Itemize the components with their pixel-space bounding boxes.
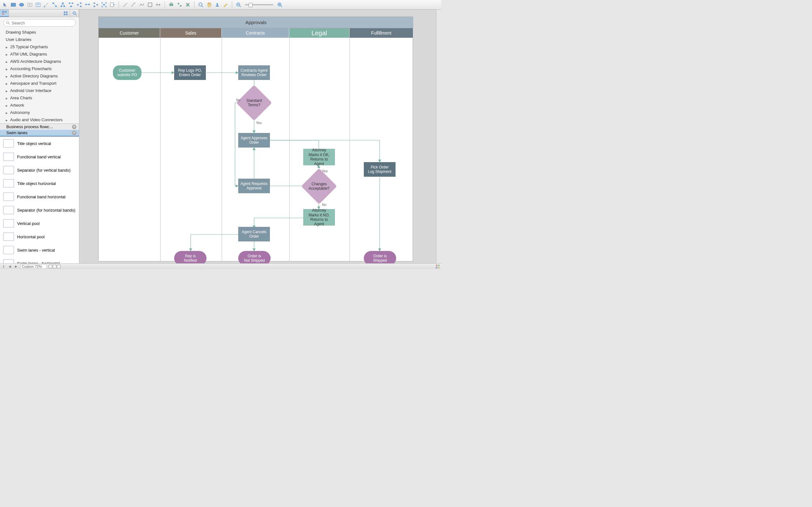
next-page-icon[interactable]: ▶ xyxy=(14,264,18,269)
node-order-shipped[interactable]: Order is Shipped xyxy=(364,251,396,263)
tab-grid[interactable] xyxy=(61,9,70,17)
node-attorney-no[interactable]: Attorney Marks it NO, Returns to Agent xyxy=(303,209,335,226)
node-standard-terms[interactable]: Standard Terms? xyxy=(241,90,267,115)
stencil-icon xyxy=(3,179,14,187)
node-rep-logs[interactable]: Rep Logs PO, Enters Order xyxy=(174,65,206,80)
tree2-icon[interactable] xyxy=(59,1,67,8)
arrange1-icon[interactable] xyxy=(168,1,175,8)
tree1-icon[interactable] xyxy=(51,1,58,8)
canvas-area[interactable]: Approvals Customer Sales Contracts Legal… xyxy=(79,9,436,263)
bottom-right-icon[interactable] xyxy=(436,264,440,269)
node-attorney-ok[interactable]: Attorney Marks it OK, Returns to Agent xyxy=(303,149,335,165)
chain-icon[interactable] xyxy=(84,1,91,8)
category-item[interactable]: 25 Typical Orgcharts xyxy=(0,43,79,50)
category-item[interactable]: Artwork xyxy=(0,102,79,109)
text-icon[interactable]: T xyxy=(26,1,34,8)
tree6-icon[interactable] xyxy=(100,1,108,8)
node-contracts-review[interactable]: Contracts Agent Reviews Order xyxy=(238,65,270,80)
highlighter-icon[interactable] xyxy=(222,1,229,8)
pointer-icon[interactable] xyxy=(1,1,9,8)
stencil-item[interactable]: Swim lanes - vertical xyxy=(0,243,79,257)
hand-icon[interactable] xyxy=(205,1,213,8)
zoom-combo[interactable]: Custom 72% xyxy=(20,264,47,269)
node-rep-notified[interactable]: Rep is Notified xyxy=(174,251,206,263)
tab-library[interactable] xyxy=(0,9,9,17)
tree3-icon[interactable] xyxy=(67,1,75,8)
pause-icon[interactable]: ‖ xyxy=(1,264,6,269)
tree5-icon[interactable] xyxy=(92,1,100,8)
stencil-item[interactable]: Horizontal pool xyxy=(0,230,79,243)
search-input[interactable] xyxy=(12,21,73,25)
stencil-item[interactable]: Title object horizontal xyxy=(0,177,79,190)
zoom-slider[interactable] xyxy=(245,4,273,5)
category-item[interactable]: Aerospace and Transport xyxy=(0,79,79,87)
stencil-tab-bpf[interactable]: Business process flowc… ✕ xyxy=(0,124,79,130)
stamp-icon[interactable] xyxy=(213,1,221,8)
arrows-icon[interactable] xyxy=(154,1,162,8)
category-item[interactable]: Drawing Shapes xyxy=(0,29,79,36)
category-item[interactable]: Active Directory Diagrams xyxy=(0,72,79,79)
lane-header-fulfillment[interactable]: Fulfillment xyxy=(350,28,413,38)
lane-header-contracts[interactable]: Contracts xyxy=(222,28,289,38)
tab-search[interactable] xyxy=(70,9,79,17)
stencil-icon xyxy=(3,166,14,174)
category-item[interactable]: User Libraries xyxy=(0,36,79,43)
bezier-icon[interactable] xyxy=(146,1,154,8)
node-changes-acceptable[interactable]: Changes Acceptable? xyxy=(306,174,332,199)
node-agent-requests[interactable]: Agent Requests Approval xyxy=(238,179,270,193)
curve-icon[interactable] xyxy=(138,1,145,8)
arrange3-icon[interactable] xyxy=(184,1,192,8)
stencil-item[interactable]: Swim lanes - horizontal xyxy=(0,257,79,263)
svg-rect-59 xyxy=(49,265,52,268)
lane-header-customer[interactable]: Customer xyxy=(99,28,160,38)
page-layout-icon[interactable] xyxy=(49,264,61,269)
node-agent-approves[interactable]: Agent Approves Order xyxy=(238,133,270,148)
node-pick-order[interactable]: Pick Order Log Shipment xyxy=(364,162,395,177)
search-box[interactable] xyxy=(3,19,76,26)
stencil-item[interactable]: Vertical pool xyxy=(0,217,79,230)
pool-title[interactable]: Approvals xyxy=(99,17,413,28)
category-item[interactable]: Android User Interface xyxy=(0,87,79,94)
lanes-body[interactable]: Customer submits PO Rep Logs PO, Enters … xyxy=(99,38,413,262)
prev-page-icon[interactable]: ◀ xyxy=(8,264,12,269)
tree4-icon[interactable] xyxy=(75,1,83,8)
close-icon[interactable]: ✕ xyxy=(72,125,76,129)
export-icon[interactable] xyxy=(109,1,116,8)
svg-point-29 xyxy=(105,6,107,7)
lane-header-sales[interactable]: Sales xyxy=(160,28,222,38)
line-icon[interactable] xyxy=(122,1,129,8)
svg-rect-62 xyxy=(436,265,437,266)
stencil-item[interactable]: Functional band vertical xyxy=(0,150,79,163)
node-order-not-shipped[interactable]: Order is Not Shipped xyxy=(238,251,270,263)
zoom-in-icon[interactable] xyxy=(276,1,284,8)
svg-rect-52 xyxy=(66,11,68,13)
connector-icon[interactable] xyxy=(43,1,50,8)
lane-header-legal[interactable]: Legal xyxy=(289,28,350,38)
arc-icon[interactable] xyxy=(130,1,137,8)
ellipse-icon[interactable] xyxy=(18,1,25,8)
svg-rect-60 xyxy=(53,265,56,268)
diagram-canvas[interactable]: Approvals Customer Sales Contracts Legal… xyxy=(98,16,413,262)
node-customer-po[interactable]: Customer submits PO xyxy=(113,65,141,80)
category-item[interactable]: AWS Architecture Diagrams xyxy=(0,58,79,65)
right-scrollbar[interactable] xyxy=(436,9,441,263)
category-item[interactable]: Astronomy xyxy=(0,109,79,116)
close-icon[interactable]: ✕ xyxy=(72,131,76,135)
arrange2-icon[interactable] xyxy=(176,1,183,8)
category-item[interactable]: Area Charts xyxy=(0,94,79,102)
category-item[interactable]: Accounting Flowcharts xyxy=(0,65,79,72)
stencil-item[interactable]: Separator (for horizontal bands) xyxy=(0,204,79,217)
stencil-label: Functional band horizontal xyxy=(17,194,66,199)
table-icon[interactable] xyxy=(34,1,42,8)
stencil-label: Separator (for horizontal bands) xyxy=(17,208,75,213)
stencil-item[interactable]: Separator (for vertical bands) xyxy=(0,163,79,177)
zoom-fit-icon[interactable] xyxy=(197,1,204,8)
category-item[interactable]: Audio and Video Connectors xyxy=(0,116,79,123)
stencil-item[interactable]: Functional band horizontal xyxy=(0,190,79,204)
node-agent-cancels[interactable]: Agent Cancels Order xyxy=(238,227,270,241)
rectangle-icon[interactable] xyxy=(9,1,17,8)
zoom-out-icon[interactable] xyxy=(235,1,242,8)
stencil-tab-swimlanes[interactable]: Swim lanes ✕ xyxy=(0,130,79,136)
stencil-item[interactable]: Title object vertical xyxy=(0,137,79,150)
category-item[interactable]: ATM UML Diagrams xyxy=(0,50,79,58)
